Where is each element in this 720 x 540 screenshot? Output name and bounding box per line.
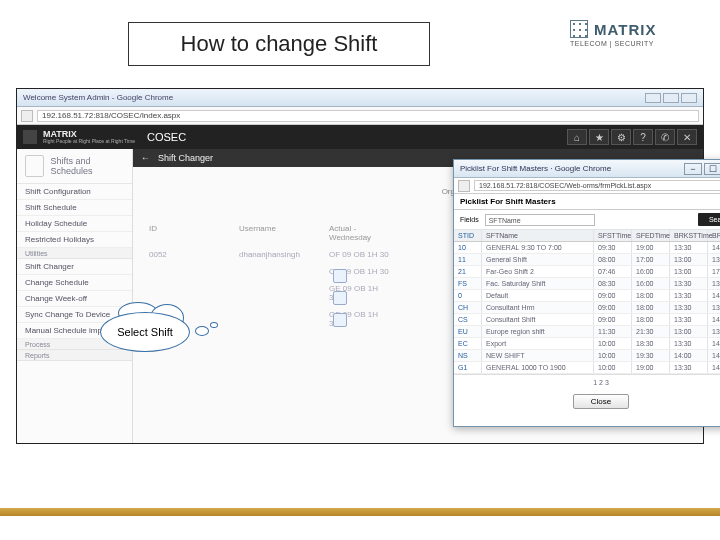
table-row[interactable]: NSNEW SHIFT10:0019:3014:0014:30 [454,350,720,362]
calendar-icon [25,155,44,177]
sidebar-item-holiday-schedule[interactable]: Holiday Schedule [17,216,132,232]
home-icon[interactable]: ⌂ [567,129,587,145]
brand-mark-icon [570,20,588,38]
main-panel: ← Shift Changer Organization ID Username… [133,149,703,443]
popup-window-title: Picklist For Shift Masters · Google Chro… [460,164,611,173]
org-label: Organization [149,187,487,196]
table-row[interactable]: CHConsultant Hrm09:0018:0013:3013:30 [454,302,720,314]
page-icon [21,110,33,122]
popup-url-input[interactable]: 192.168.51.72:818/COSEC/Web-orms/frmPick… [474,180,720,191]
brand-logo: MATRIX TELECOM | SECURITY [570,20,700,64]
brand-name: MATRIX [594,21,656,38]
app-header: MATRIX Right People at Right Place at Ri… [17,125,703,149]
table-header: STID SFTName SFSTTime SFEDTime BRKSTTime… [454,230,720,242]
url-input[interactable]: 192.168.51.72:818/COSEC/Index.aspx [37,110,699,122]
popup-titlebar: Picklist For Shift Masters · Google Chro… [454,160,720,178]
star-icon[interactable]: ★ [589,129,609,145]
table-row[interactable]: CSConsultant Shift09:0018:0013:3014:00 [454,314,720,326]
table-row[interactable]: 11General Shift08:0017:0013:0013:30 [454,254,720,266]
browser-window-title: Welcome System Admin - Google Chrome [23,93,173,102]
phone-icon[interactable]: ✆ [655,129,675,145]
popup-heading: Picklist For Shift Masters [454,194,720,210]
app-logo-icon [23,130,37,144]
page-icon [458,180,470,192]
browser-address-bar: 192.168.51.72:818/COSEC/Index.aspx [17,107,703,125]
table-row[interactable]: 21Far-Geo Shift 207:4616:0013:0017:30 [454,266,720,278]
back-icon[interactable]: ← [141,153,150,163]
table-row[interactable]: ECExport10:0018:3013:3014:30 [454,338,720,350]
table-row[interactable]: FSFac. Saturday Shift08:3016:0013:3013:3… [454,278,720,290]
sidebar: Shifts and Schedules Shift Configuration… [17,149,133,443]
picklist-table: STID SFTName SFSTTime SFEDTime BRKSTTime… [454,230,720,374]
callout-text: Select Shift [100,312,190,352]
brand-tagline: TELECOM | SECURITY [570,40,654,47]
gear-icon[interactable]: ⚙ [611,129,631,145]
sidebar-item-restricted-holidays[interactable]: Restricted Holidays [17,232,132,248]
table-row[interactable]: 0Default09:0018:0013:3014:00 [454,290,720,302]
popup-address-bar: 192.168.51.72:818/COSEC/Web-orms/frmPick… [454,178,720,194]
table-row[interactable]: EUEurope region shift11:3021:3013:0013:3… [454,326,720,338]
help-icon[interactable]: ? [633,129,653,145]
browser-titlebar: Welcome System Admin - Google Chrome [17,89,703,107]
sidebar-item-change-schedule[interactable]: Change Schedule [17,275,132,291]
footer-band [0,508,720,516]
table-row[interactable]: 10GENERAL 9:30 TO 7:0009:3019:0013:3014:… [454,242,720,254]
close-icon[interactable]: ✕ [677,129,697,145]
sidebar-item-shift-config[interactable]: Shift Configuration [17,184,132,200]
pick-shift-icon[interactable] [333,291,347,305]
table-row[interactable]: G1GENERAL 1000 TO 190010:0019:0013:3014:… [454,362,720,374]
pick-shift-icon[interactable] [333,313,347,327]
sidebar-label-utilities: Utilities [17,248,132,259]
pick-shift-icon[interactable] [333,269,347,283]
search-field[interactable]: SFTName [485,214,595,226]
sidebar-item-shift-changer[interactable]: Shift Changer [17,259,132,275]
maximize-icon[interactable]: ☐ [704,163,720,175]
close-button[interactable]: Close [573,394,629,409]
search-label: Fields [460,216,479,223]
app-toolbar: ⌂ ★ ⚙ ? ✆ ✕ [567,129,697,145]
search-button[interactable]: Search [698,213,720,226]
picklist-popup: Picklist For Shift Masters · Google Chro… [453,159,720,427]
window-controls[interactable] [645,93,697,103]
callout-cloud: Select Shift [100,302,200,352]
sidebar-item-shift-schedule[interactable]: Shift Schedule [17,200,132,216]
slide-title: How to change Shift [128,22,430,66]
app-brand-sub: Right People at Right Place at Right Tim… [43,139,135,144]
screenshot-frame: Welcome System Admin - Google Chrome 192… [16,88,704,444]
main-title: Shift Changer [158,153,213,163]
popup-search-row: Fields SFTName Search [454,210,720,230]
app-product: COSEC [147,131,186,143]
sidebar-group-shifts: Shifts and Schedules [17,149,132,184]
table-pager[interactable]: 1 2 3 [454,374,720,390]
shift-picker-buttons [333,269,347,327]
minimize-icon[interactable]: − [684,163,702,175]
